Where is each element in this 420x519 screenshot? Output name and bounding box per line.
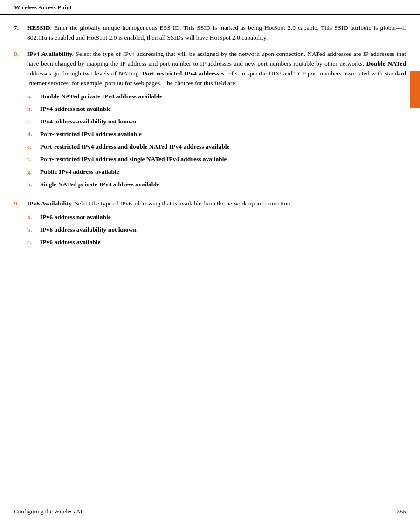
hessid-label: HESSID bbox=[27, 24, 50, 31]
ipv6-label: IPv6 Availability. bbox=[27, 200, 73, 207]
sub-letter-h: h. bbox=[27, 180, 40, 190]
ipv4-sub-item-g: g. Public IPv4 address available bbox=[27, 167, 406, 177]
ipv6-sub-list: a. IPv6 address not available b. IPv6 ad… bbox=[27, 212, 406, 247]
sub-letter-g: g. bbox=[27, 167, 40, 177]
ipv4-sub-list: a. Double NATed private IPv4 address ava… bbox=[27, 92, 406, 189]
sub-content-h: Single NATed private IPv4 address availa… bbox=[40, 180, 406, 189]
list-content-9: IPv6 Availability. Select the type of IP… bbox=[27, 199, 406, 250]
ipv6-sub-letter-c: c. bbox=[27, 238, 40, 247]
ipv6-sub-item-a: a. IPv6 address not available bbox=[27, 212, 406, 222]
ipv6-sub-letter-a: a. bbox=[27, 212, 40, 222]
ipv4-sub-item-a: a. Double NATed private IPv4 address ava… bbox=[27, 92, 406, 102]
list-number-9: 9. bbox=[14, 199, 27, 209]
list-content-7: HESSID. Enter the globally unique homoge… bbox=[27, 23, 406, 43]
page-container: Wireless Access Point 7. HESSID. Enter t… bbox=[0, 0, 420, 519]
sub-content-c: IPv4 address availability not known bbox=[40, 117, 406, 126]
footer-left: Configuring the Wireless AP bbox=[14, 507, 84, 516]
sub-letter-b: b. bbox=[27, 104, 40, 114]
double-nated-label: Double NATed bbox=[366, 60, 406, 67]
ipv4-sub-item-c: c. IPv4 address availability not known bbox=[27, 117, 406, 127]
sub-content-f: Port-restricted IPv4 address and single … bbox=[40, 155, 406, 164]
sub-content-e: Port-restricted IPv4 address and double … bbox=[40, 142, 406, 151]
ipv6-sub-content-c: IPv6 address available bbox=[40, 238, 406, 247]
ipv4-sub-item-h: h. Single NATed private IPv4 address ava… bbox=[27, 180, 406, 190]
page-footer: Configuring the Wireless AP 355 bbox=[0, 504, 420, 519]
list-item-7: 7. HESSID. Enter the globally unique hom… bbox=[14, 23, 406, 43]
header-title: Wireless Access Point bbox=[14, 3, 72, 13]
page-header: Wireless Access Point bbox=[0, 0, 420, 15]
list-number-8: 8. bbox=[14, 49, 27, 59]
sub-letter-d: d. bbox=[27, 130, 40, 139]
ipv4-sub-item-f: f. Port-restricted IPv4 address and sing… bbox=[27, 155, 406, 164]
orange-tab bbox=[410, 71, 420, 108]
list-content-8: IPv4 Availability. Select the type of IP… bbox=[27, 49, 406, 192]
ipv4-sub-item-e: e. Port-restricted IPv4 address and doub… bbox=[27, 142, 406, 152]
ipv4-label: IPv4 Availability. bbox=[27, 50, 74, 57]
content-area: 7. HESSID. Enter the globally unique hom… bbox=[0, 15, 420, 504]
sub-letter-e: e. bbox=[27, 142, 40, 152]
ipv4-sub-item-d: d. Port-restricted IPv4 address availabl… bbox=[27, 130, 406, 139]
sub-letter-a: a. bbox=[27, 92, 40, 102]
ipv6-sub-item-c: c. IPv6 address available bbox=[27, 238, 406, 247]
sub-content-b: IPv4 address not available bbox=[40, 104, 406, 114]
main-list: 7. HESSID. Enter the globally unique hom… bbox=[14, 23, 406, 250]
ipv6-sub-item-b: b. IPv6 address availability not known bbox=[27, 225, 406, 235]
sub-letter-c: c. bbox=[27, 117, 40, 127]
sub-content-a: Double NATed private IPv4 address availa… bbox=[40, 92, 406, 101]
footer-right: 355 bbox=[397, 507, 406, 516]
ipv6-sub-letter-b: b. bbox=[27, 225, 40, 235]
list-number-7: 7. bbox=[14, 23, 27, 33]
list-item-9: 9. IPv6 Availability. Select the type of… bbox=[14, 199, 406, 250]
port-restricted-label: Port restricted IPv4 addresses bbox=[142, 70, 224, 77]
sub-content-g: Public IPv4 address available bbox=[40, 167, 406, 177]
ipv4-sub-item-b: b. IPv4 address not available bbox=[27, 104, 406, 114]
sub-letter-f: f. bbox=[27, 155, 40, 164]
sub-content-d: Port-restricted IPv4 address available bbox=[40, 130, 406, 139]
ipv6-sub-content-a: IPv6 address not available bbox=[40, 212, 406, 222]
list-item-8: 8. IPv4 Availability. Select the type of… bbox=[14, 49, 406, 192]
ipv6-sub-content-b: IPv6 address availability not known bbox=[40, 225, 406, 234]
